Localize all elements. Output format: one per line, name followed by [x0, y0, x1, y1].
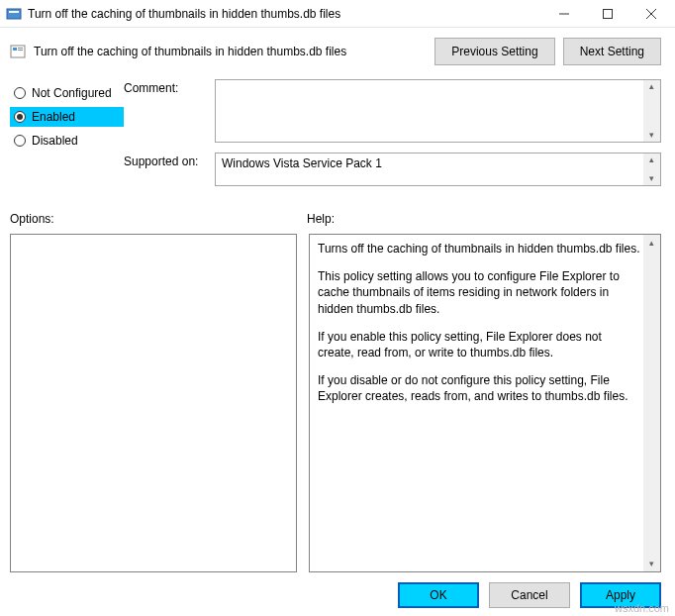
comment-value: [216, 80, 660, 86]
comment-label: Comment:: [124, 79, 215, 143]
help-content: Turns off the caching of thumbnails in h…: [310, 235, 660, 423]
config-area: Not Configured Enabled Disabled Comment:…: [0, 73, 675, 200]
radio-circle-icon: [14, 87, 26, 99]
options-label: Options:: [10, 212, 307, 226]
ok-button[interactable]: OK: [398, 582, 479, 608]
help-paragraph: Turns off the caching of thumbnails in h…: [318, 241, 640, 257]
comment-input[interactable]: ▴ ▾: [215, 79, 661, 143]
dialog-window: Turn off the caching of thumbnails in hi…: [0, 0, 675, 616]
close-button[interactable]: [629, 0, 673, 28]
options-pane: [10, 234, 297, 572]
scroll-down-icon: ▾: [649, 172, 654, 185]
panes: Turns off the caching of thumbnails in h…: [0, 230, 675, 572]
help-paragraph: This policy setting allows you to config…: [318, 268, 640, 317]
fields: Comment: ▴ ▾ Supported on: Windows Vista…: [124, 79, 661, 196]
scrollbar[interactable]: ▴ ▾: [643, 154, 660, 185]
scroll-up-icon: ▴: [649, 235, 654, 251]
radio-circle-icon: [14, 111, 26, 123]
svg-rect-8: [18, 48, 23, 49]
help-paragraph: If you enable this policy setting, File …: [318, 329, 640, 360]
radio-label: Not Configured: [32, 86, 112, 100]
scrollbar[interactable]: ▴ ▾: [643, 80, 660, 142]
scrollbar[interactable]: ▴ ▾: [643, 235, 660, 571]
policy-icon: [10, 44, 26, 59]
radio-disabled[interactable]: Disabled: [10, 131, 124, 151]
svg-rect-9: [18, 50, 23, 51]
cancel-button[interactable]: Cancel: [489, 582, 570, 608]
svg-rect-6: [11, 46, 25, 57]
svg-rect-7: [13, 48, 17, 51]
state-radios: Not Configured Enabled Disabled: [10, 79, 124, 196]
previous-setting-button[interactable]: Previous Setting: [434, 38, 554, 65]
policy-title: Turn off the caching of thumbnails in hi…: [34, 45, 427, 58]
footer: OK Cancel Apply: [0, 572, 675, 616]
help-label: Help:: [307, 212, 661, 226]
maximize-button[interactable]: [586, 0, 629, 28]
supported-on-field: Windows Vista Service Pack 1 ▴ ▾: [215, 153, 661, 186]
scroll-down-icon: ▾: [649, 556, 654, 571]
radio-label: Enabled: [32, 110, 75, 124]
scroll-up-icon: ▴: [649, 80, 654, 93]
scroll-down-icon: ▾: [649, 129, 654, 142]
help-pane: Turns off the caching of thumbnails in h…: [309, 234, 661, 572]
scroll-up-icon: ▴: [649, 154, 654, 166]
radio-circle-icon: [14, 135, 26, 147]
next-setting-button[interactable]: Next Setting: [563, 38, 661, 65]
section-labels: Options: Help:: [0, 200, 675, 230]
supported-on-label: Supported on:: [124, 153, 215, 186]
radio-label: Disabled: [32, 134, 78, 148]
minimize-button[interactable]: [542, 0, 586, 28]
supported-on-value: Windows Vista Service Pack 1: [216, 154, 660, 173]
header: Turn off the caching of thumbnails in hi…: [0, 28, 675, 73]
svg-rect-0: [7, 9, 21, 19]
watermark: wsxdn.com: [615, 602, 669, 614]
radio-not-configured[interactable]: Not Configured: [10, 83, 124, 103]
svg-rect-1: [9, 11, 19, 13]
svg-rect-3: [604, 9, 613, 18]
app-icon: [6, 6, 22, 22]
help-paragraph: If you disable or do not configure this …: [318, 372, 640, 404]
window-title: Turn off the caching of thumbnails in hi…: [28, 7, 542, 21]
radio-enabled[interactable]: Enabled: [10, 107, 124, 127]
titlebar: Turn off the caching of thumbnails in hi…: [0, 0, 675, 28]
